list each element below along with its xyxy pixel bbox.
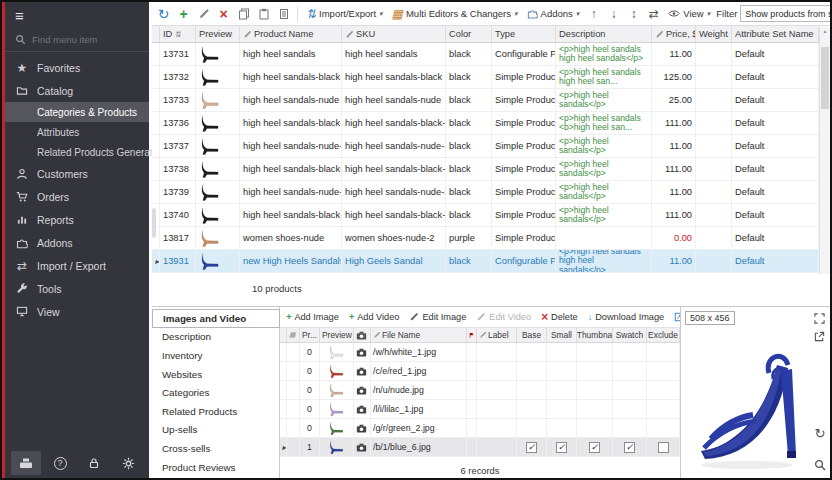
fit-rows-button[interactable]: ↕ — [625, 5, 642, 22]
edit-product-button[interactable] — [195, 5, 212, 22]
media-row[interactable]: ▸ 0 /w/h/white_1.jpg — [280, 343, 680, 362]
copy-button[interactable] — [235, 5, 252, 22]
col-preview[interactable]: Preview — [196, 26, 240, 42]
exclude-checkbox[interactable]: ✓ — [658, 442, 669, 453]
delete-image-button[interactable]: × Delete — [538, 309, 581, 325]
product-row[interactable]: ▸ 13817 women shoes-nude women shoes-nud… — [152, 227, 819, 250]
filter-select[interactable]: Show products from selected categories ▾ — [740, 5, 830, 22]
col-file-name[interactable]: File Name — [371, 328, 467, 342]
sidebar-item-customers[interactable]: Customers — [5, 162, 149, 185]
detail-tab[interactable]: Inventory — [152, 346, 279, 365]
product-row[interactable]: ▸ 13739 high heel sandals-nude-37 high h… — [152, 181, 819, 204]
col-id[interactable]: ID⇅ — [160, 26, 196, 42]
export-document-button[interactable] — [275, 5, 292, 22]
col-description[interactable]: Description — [556, 26, 652, 42]
detail-tab[interactable]: Description — [152, 328, 279, 347]
sidebar-item-favorites[interactable]: ★ Favorites — [5, 56, 149, 79]
splitter-handle[interactable] — [152, 208, 156, 238]
col-swatch[interactable]: Swatch — [613, 328, 647, 342]
product-row[interactable]: ▸ 13738 high heel sandals-black-37 high … — [152, 158, 819, 181]
col-small[interactable]: Small — [547, 328, 577, 342]
lock-button[interactable] — [79, 451, 109, 475]
col-label[interactable]: Label — [477, 328, 517, 342]
paste-button[interactable] — [255, 5, 272, 22]
base-checkbox[interactable]: ✓ — [526, 442, 537, 453]
col-base[interactable]: Base — [517, 328, 547, 342]
detail-tab[interactable]: Product Reviews — [152, 458, 279, 477]
thumbnail-checkbox[interactable]: ✓ — [589, 442, 600, 453]
product-row[interactable]: ▸ 13737 high heel sandals-nude-36 high h… — [152, 135, 819, 158]
detail-tab[interactable]: Cross-sells — [152, 439, 279, 458]
rotate-icon[interactable]: ↻ — [813, 426, 827, 440]
col-thumbnail[interactable]: Thumbna — [577, 328, 613, 342]
menu-icon[interactable]: ≡ — [15, 7, 24, 24]
sidebar-item-catalog[interactable]: Catalog — [5, 79, 149, 102]
col-exclude[interactable]: Exclude — [647, 328, 680, 342]
search-input[interactable] — [32, 34, 132, 45]
grid-scrollbar[interactable]: ▴ — [819, 27, 830, 274]
col-sku[interactable]: SKU — [342, 26, 446, 42]
download-image-button[interactable]: ↓ Download Image — [585, 310, 668, 324]
col-attribute-set[interactable]: Attribute Set Name — [732, 26, 819, 42]
sidebar-item-related-products-generator[interactable]: Related Products Generator — [5, 142, 149, 162]
refresh-button[interactable]: ↻ — [155, 5, 172, 22]
col-color[interactable]: Color — [446, 26, 492, 42]
image-position-cell: 0 — [300, 362, 320, 380]
col-type[interactable]: Type — [492, 26, 556, 42]
view-menu[interactable]: View ▾ — [665, 6, 713, 21]
media-row[interactable]: ▸ 1 /b/1/blue_6.jpg — [280, 438, 680, 457]
media-row[interactable]: ▸ 0 /l/i/lilac_1.jpg — [280, 400, 680, 419]
open-external-icon[interactable] — [812, 329, 826, 343]
media-row[interactable]: ▸ 0 /n/u/nude.jpg — [280, 381, 680, 400]
sidebar-item-tools[interactable]: Tools — [5, 277, 149, 300]
small-checkbox[interactable]: ✓ — [556, 442, 567, 453]
scroll-up-icon[interactable]: ▴ — [820, 27, 830, 36]
detail-tab[interactable]: Websites — [152, 365, 279, 384]
sidebar-item-categories-products[interactable]: Categories & Products — [5, 102, 149, 122]
import-export-menu[interactable]: ⇅ Import/Export ▾ — [303, 6, 386, 22]
pos-button[interactable] — [11, 451, 41, 475]
sidebar-item-view[interactable]: View — [5, 300, 149, 323]
multi-editors-menu[interactable]: ▦ Multi Editors & Changers ▾ — [389, 6, 521, 22]
sidebar-item-attributes[interactable]: Attributes — [5, 122, 149, 142]
add-image-button[interactable]: + Add Image — [283, 310, 342, 324]
sidebar-search[interactable] — [5, 28, 149, 52]
detail-tab[interactable]: Related Products — [152, 402, 279, 421]
product-row[interactable]: ▸ 13731 high heel sandals high heel sand… — [152, 43, 819, 66]
product-row[interactable]: ▸ 13733 high heel sandals-nude high heel… — [152, 89, 819, 112]
add-video-button[interactable]: + Add Video — [346, 310, 403, 324]
zoom-icon[interactable] — [813, 458, 827, 472]
sort-descending-button[interactable]: ↓ — [605, 5, 622, 22]
col-preview[interactable]: Preview — [320, 328, 354, 342]
col-position[interactable]: Pr... — [300, 328, 320, 342]
add-product-button[interactable]: + — [175, 5, 192, 22]
sort-ascending-button[interactable]: ↑ — [585, 5, 602, 22]
swatch-checkbox[interactable]: ✓ — [624, 442, 635, 453]
fit-columns-button[interactable]: ⇄ — [645, 5, 662, 22]
detail-tab[interactable]: Categories — [152, 383, 279, 402]
settings-button[interactable] — [113, 451, 143, 475]
col-product-name[interactable]: Product Name — [240, 26, 342, 42]
help-button[interactable]: ? — [45, 451, 75, 475]
scrollbar-thumb[interactable] — [821, 47, 829, 109]
product-row[interactable]: ▸ 13740 high heel sandals-black-38 high … — [152, 204, 819, 227]
col-weight[interactable]: Weight — [696, 26, 732, 42]
sidebar-item-orders[interactable]: Orders — [5, 185, 149, 208]
media-row[interactable]: ▸ 0 /c/e/red_1.jpg — [280, 362, 680, 381]
product-row[interactable]: ▸ 13736 high heel sandals-black-36 high … — [152, 112, 819, 135]
detail-tab[interactable]: Up-sells — [152, 421, 279, 440]
media-row[interactable]: ▸ 0 /g/r/green_2.jpg — [280, 419, 680, 438]
delete-product-button[interactable]: × — [215, 5, 232, 22]
product-row[interactable]: ▸ 13931 new High Heels Sandals High Geel… — [152, 250, 819, 273]
select-all-icon[interactable]: ▦ — [287, 328, 300, 342]
detail-tab[interactable]: Images and Video — [152, 309, 280, 328]
col-price[interactable]: Price, $ — [652, 26, 696, 42]
fullscreen-icon[interactable] — [812, 311, 826, 325]
addons-menu[interactable]: Addons ▾ — [524, 6, 583, 21]
sidebar-item-reports[interactable]: Reports — [5, 208, 149, 231]
product-row[interactable]: ▸ 13732 high heel sandals-black high hee… — [152, 66, 819, 89]
set-resize-rule-button[interactable]: Set Resize Rule ▾ — [671, 310, 680, 324]
edit-image-button[interactable]: Edit Image — [406, 310, 469, 324]
sidebar-item-addons[interactable]: Addons — [5, 231, 149, 254]
sidebar-item-import-export[interactable]: ⇄ Import / Export — [5, 254, 149, 277]
